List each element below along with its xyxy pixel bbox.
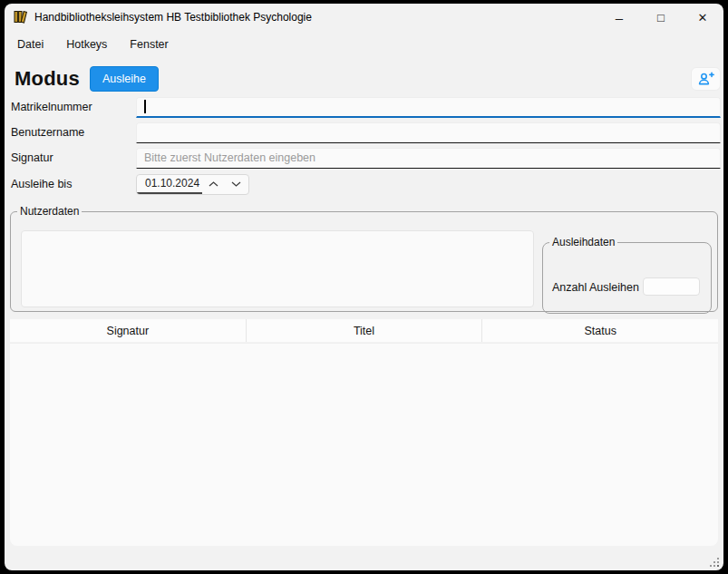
menu-fenster[interactable]: Fenster xyxy=(130,38,168,51)
date-decrement-button[interactable] xyxy=(225,175,248,194)
signatur-input[interactable]: Bitte zuerst Nutzerdaten eingeben xyxy=(136,148,721,169)
nutzerdaten-groupbox: Nutzerdaten Ausleihdaten Anzahl Ausleihe… xyxy=(10,205,718,312)
form-row-matrikelnummer: Matrikelnummer xyxy=(11,96,721,118)
ausleihe-bis-label: Ausleihe bis xyxy=(11,178,136,190)
app-window: Handbibliotheksleihsystem HB Testbibliot… xyxy=(5,4,723,570)
ausleihdaten-legend: Ausleihdaten xyxy=(549,236,617,248)
column-header-signatur[interactable]: Signatur xyxy=(10,319,246,342)
chevron-up-icon xyxy=(209,181,218,187)
add-user-button[interactable] xyxy=(691,67,721,91)
date-spinner[interactable]: 01.10.2024 xyxy=(136,174,249,195)
resize-grip-icon[interactable] xyxy=(709,557,721,569)
anzahl-ausleihen-input[interactable] xyxy=(643,277,700,296)
close-button[interactable]: ✕ xyxy=(682,4,723,31)
anzahl-ausleihen-label: Anzahl Ausleihen xyxy=(552,281,639,294)
benutzername-input[interactable] xyxy=(136,122,721,143)
mode-row: Modus Ausleihe xyxy=(5,63,723,94)
chevron-down-icon xyxy=(231,181,241,187)
date-increment-button[interactable] xyxy=(202,175,225,194)
text-caret xyxy=(144,100,146,113)
form-row-benutzername: Benutzername xyxy=(11,122,721,143)
matrikelnummer-input[interactable] xyxy=(136,97,721,118)
mode-label: Modus xyxy=(15,67,80,91)
ausleihdaten-groupbox: Ausleihdaten Anzahl Ausleihen xyxy=(542,236,712,314)
menu-hotkeys[interactable]: Hotkeys xyxy=(66,38,107,51)
menu-datei[interactable]: Datei xyxy=(17,38,44,51)
books-icon xyxy=(13,9,28,24)
signatur-placeholder: Bitte zuerst Nutzerdaten eingeben xyxy=(144,151,315,164)
mode-ausleihe-button[interactable]: Ausleihe xyxy=(90,66,159,92)
table-body xyxy=(10,343,718,546)
table-header: Signatur Titel Status xyxy=(10,319,718,342)
benutzername-label: Benutzername xyxy=(11,126,136,139)
person-add-icon xyxy=(697,72,715,86)
form-row-ausleihe-bis: Ausleihe bis 01.10.2024 xyxy=(11,173,721,195)
nutzerdaten-textarea[interactable] xyxy=(21,230,534,307)
nutzerdaten-legend: Nutzerdaten xyxy=(17,205,82,218)
date-value[interactable]: 01.10.2024 xyxy=(137,175,202,194)
window-controls: – □ ✕ xyxy=(598,4,723,31)
maximize-button[interactable]: □ xyxy=(640,4,682,31)
menubar: Datei Hotkeys Fenster xyxy=(5,31,723,58)
minimize-button[interactable]: – xyxy=(598,4,640,31)
titlebar: Handbibliotheksleihsystem HB Testbibliot… xyxy=(5,4,723,30)
column-header-titel[interactable]: Titel xyxy=(246,319,482,342)
column-header-status[interactable]: Status xyxy=(481,319,718,342)
signatur-label: Signatur xyxy=(11,151,136,164)
matrikelnummer-label: Matrikelnummer xyxy=(11,101,136,113)
form-row-signatur: Signatur Bitte zuerst Nutzerdaten eingeb… xyxy=(11,147,721,169)
window-title: Handbibliotheksleihsystem HB Testbibliot… xyxy=(34,11,312,24)
